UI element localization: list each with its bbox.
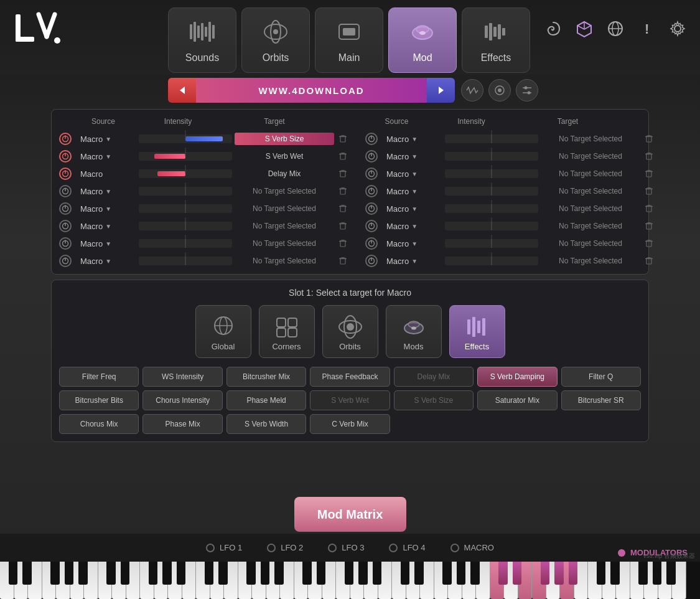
black-key-44[interactable]	[358, 562, 368, 585]
intensity-slider[interactable]	[139, 187, 232, 196]
black-key-39[interactable]	[317, 562, 326, 585]
black-key-78[interactable]	[638, 562, 648, 585]
black-key-27[interactable]	[218, 562, 228, 585]
target-btn-3[interactable]: Phase Feedback	[310, 367, 390, 387]
target-label[interactable]: No Target Selected	[541, 255, 640, 267]
black-key-18[interactable]	[149, 562, 158, 585]
white-key-77[interactable]	[630, 562, 645, 599]
target-btn-8[interactable]: Chorus Intensity	[142, 390, 222, 410]
target-tab-global[interactable]: Global	[195, 305, 251, 358]
delete-button[interactable]	[643, 167, 655, 180]
tab-mod[interactable]: Mod	[388, 7, 457, 73]
black-key-34[interactable]	[274, 562, 284, 585]
target-btn-11[interactable]: S Verb Size	[394, 390, 474, 410]
white-key-0[interactable]	[0, 562, 14, 599]
target-btn-17[interactable]: C Verb Mix	[310, 414, 390, 434]
white-key-24[interactable]	[196, 562, 210, 599]
black-key-49[interactable]	[401, 562, 410, 585]
black-key-22[interactable]	[177, 562, 186, 585]
delete-button[interactable]	[643, 220, 655, 232]
lfo-item-macro[interactable]: MACRO	[450, 543, 494, 552]
black-key-70[interactable]	[569, 562, 578, 585]
delete-button[interactable]	[337, 202, 349, 215]
black-key-63[interactable]	[513, 562, 522, 585]
black-key-46[interactable]	[373, 562, 382, 585]
delete-button[interactable]	[337, 185, 349, 197]
delete-button[interactable]	[643, 150, 655, 163]
black-key-13[interactable]	[106, 562, 116, 585]
target-label[interactable]: S Verb Wet	[235, 150, 334, 163]
white-key-29[interactable]	[238, 562, 253, 599]
target-btn-12[interactable]: Saturator Mix	[477, 390, 557, 410]
intensity-slider[interactable]	[139, 134, 232, 143]
target-label[interactable]: S Verb Size	[235, 133, 334, 145]
intensity-slider[interactable]	[139, 169, 232, 178]
intensity-slider[interactable]	[445, 169, 538, 178]
black-key-30[interactable]	[246, 562, 256, 585]
target-btn-14[interactable]: Chorus Mix	[59, 414, 139, 434]
target-btn-2[interactable]: Bitcrusher Mix	[226, 367, 306, 387]
black-key-15[interactable]	[121, 562, 130, 585]
black-key-58[interactable]	[470, 562, 480, 585]
power-button[interactable]	[365, 133, 378, 145]
lfo-item-lfo4[interactable]: LFO 4	[389, 543, 425, 552]
intensity-slider[interactable]	[139, 152, 232, 161]
target-btn-10[interactable]: S Verb Wet	[310, 390, 390, 410]
intensity-slider[interactable]	[445, 152, 538, 161]
target-label[interactable]: No Target Selected	[541, 185, 640, 197]
target-btn-16[interactable]: S Verb Width	[226, 414, 306, 434]
target-label[interactable]: No Target Selected	[541, 237, 640, 250]
target-label[interactable]: No Target Selected	[541, 220, 640, 232]
black-key-73[interactable]	[597, 562, 606, 585]
target-btn-13[interactable]: Bitcrusher SR	[561, 390, 641, 410]
gear-icon[interactable]	[668, 19, 688, 39]
delete-button[interactable]	[337, 220, 349, 232]
target-btn-5[interactable]: S Verb Damping	[477, 367, 557, 387]
delete-button[interactable]	[337, 255, 349, 267]
power-button[interactable]	[59, 220, 72, 232]
power-button[interactable]	[365, 185, 378, 197]
mod-matrix-button[interactable]: Mod Matrix	[294, 497, 406, 532]
lfo-item-lfo2[interactable]: LFO 2	[267, 543, 303, 552]
black-key-61[interactable]	[498, 562, 508, 585]
intensity-slider[interactable]	[445, 222, 538, 230]
cube-icon[interactable]	[574, 19, 594, 39]
target-label[interactable]: No Target Selected	[235, 202, 334, 215]
target-label[interactable]: No Target Selected	[541, 150, 640, 163]
power-button[interactable]	[59, 185, 72, 197]
bubble-button[interactable]	[488, 79, 511, 101]
white-key-5[interactable]	[42, 562, 57, 599]
lfo-item-lfo3[interactable]: LFO 3	[328, 543, 364, 552]
target-btn-7[interactable]: Bitcrusher Bits	[59, 390, 139, 410]
target-label[interactable]: Delay Mix	[235, 167, 334, 180]
black-key-20[interactable]	[162, 562, 172, 585]
target-btn-0[interactable]: Filter Freq	[59, 367, 139, 387]
black-key-82[interactable]	[666, 562, 676, 585]
power-button[interactable]	[59, 202, 72, 215]
target-tab-corners[interactable]: Corners	[259, 305, 315, 358]
power-button[interactable]	[365, 237, 378, 250]
target-tab-mods[interactable]: Mods	[386, 305, 442, 358]
tab-sounds[interactable]: Sounds	[168, 7, 236, 73]
black-key-37[interactable]	[302, 562, 312, 585]
black-key-51[interactable]	[414, 562, 424, 585]
black-key-56[interactable]	[457, 562, 466, 585]
power-button[interactable]	[365, 167, 378, 180]
black-key-25[interactable]	[205, 562, 214, 585]
delete-button[interactable]	[643, 202, 655, 215]
target-label[interactable]: No Target Selected	[541, 133, 640, 145]
target-btn-9[interactable]: Phase Meld	[226, 390, 306, 410]
black-key-6[interactable]	[50, 562, 60, 585]
target-btn-1[interactable]: WS Intensity	[142, 367, 222, 387]
power-button[interactable]	[59, 150, 72, 163]
intensity-slider[interactable]	[139, 222, 232, 230]
target-label[interactable]: No Target Selected	[235, 255, 334, 267]
globe-icon[interactable]	[605, 19, 625, 39]
white-key-48[interactable]	[392, 562, 406, 599]
white-key-12[interactable]	[98, 562, 113, 599]
target-label[interactable]: No Target Selected	[235, 220, 334, 232]
tab-main[interactable]: Main	[315, 7, 383, 73]
black-key-10[interactable]	[78, 562, 88, 585]
target-tab-effects[interactable]: Effects	[449, 305, 505, 358]
black-key-68[interactable]	[554, 562, 564, 585]
